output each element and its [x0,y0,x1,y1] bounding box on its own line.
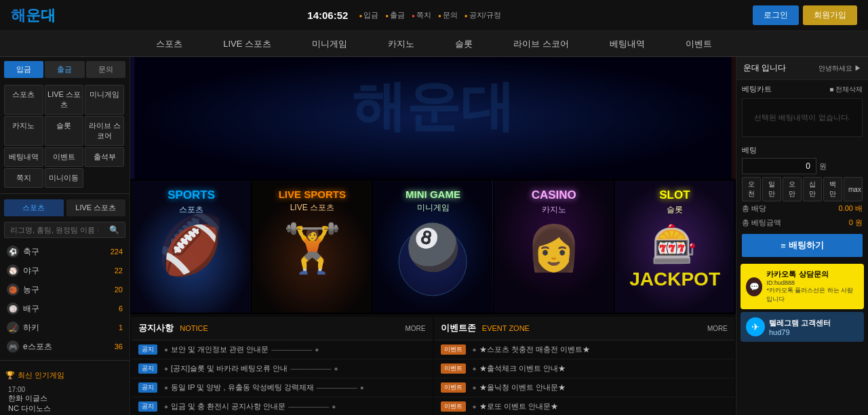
basketball-icon: 🏀 [7,283,19,296]
header-links: 입금 출금 쪽지 문의 공지/규정 [359,10,500,20]
amount-btn-10k[interactable]: 일만 [762,177,781,201]
tab-sports[interactable]: 스포츠 [4,199,64,216]
quick-mini[interactable]: 미니게임 [85,85,124,115]
cat-mini-subtitle: 미니게임 [417,202,450,214]
quick-casino[interactable]: 카지노 [4,116,43,146]
notice-text-1: [공지]슬롯 및 바카라 베팅오류 안내 [171,363,288,374]
event-more-button[interactable]: MORE [707,325,728,332]
cat-slot[interactable]: JACKPOT SLOT 슬롯 🎰 [615,180,734,313]
sport-item-volleyball[interactable]: 🏐 배구 6 [0,299,130,318]
cat-sports[interactable]: 🏈 SPORTS 스포츠 🏈 [132,180,251,313]
link-message[interactable]: 쪽지 [412,10,431,20]
notice-item-2[interactable]: 공지 ● 동일 IP 및 양방 , 유출동 악성베팅 강력제재 —————— ● [132,378,433,397]
esports-label: e스포츠 [23,341,52,353]
amount-input[interactable] [742,158,816,174]
betting-label: 베팅 [742,145,863,155]
sport-item-esports[interactable]: 🎮 e스포츠 36 [0,337,130,356]
event-badge-1: 이벤트 [441,363,466,374]
esports-count: 36 [115,342,123,351]
quick-mini-move[interactable]: 미니이동 [45,168,84,188]
search-icon[interactable]: 🔍 [104,222,125,237]
login-button[interactable]: 로그인 [753,5,799,25]
telegram-title: 텔레그램 고객센터 [769,318,831,328]
notice-item-0[interactable]: 공지 ● 보안 및 개인정보 관련 안내문 —————— ● [132,340,433,359]
game-categories: 🏈 SPORTS 스포츠 🏈 [130,179,736,314]
kakao-note: *카카오톡 플러스선은 하는 사람입니다 [766,286,859,304]
quick-slot[interactable]: 슬롯 [45,116,84,146]
event-item-1[interactable]: 이벤트 ● ★출석체크 이벤트 안내★ [434,359,735,378]
event-item-3[interactable]: 이벤트 ● ★로또 이벤트 안내문★ [434,397,735,415]
tab-live-sports[interactable]: LIVE 스포츠 [66,199,126,216]
telegram-section[interactable]: ✈ 텔레그램 고객센터 hud79 [741,312,864,342]
nav-live-score[interactable]: 라이브 스코어 [513,38,569,50]
nav-sports[interactable]: 스포츠 [156,38,182,50]
hockey-label: 하키 [23,322,39,334]
sidebar-msg-button[interactable]: 문의 [86,61,125,78]
notice-badge-2: 공지 [138,382,157,393]
notice-item-3[interactable]: 공지 ● 입금 및 충 환전시 공지사항 안내문 —————— ● [132,397,433,415]
cat-casino[interactable]: CASINO 카지노 👩 [494,180,614,313]
notice-more-button[interactable]: MORE [406,325,426,332]
notice-item-1[interactable]: 공지 ● [공지]슬롯 및 바카라 베팅오류 안내 —————— ● [132,359,433,378]
sport-item-baseball[interactable]: ⚾ 야구 22 [0,261,130,280]
amount-unit: 원 [819,161,827,172]
betting-cart-clear-button[interactable]: ■ 전체삭제 [829,85,863,94]
event-text-0: ★스포츠 첫충전 매충전 이벤트★ [479,344,590,355]
nav-casino[interactable]: 카지노 [388,38,414,50]
link-notice[interactable]: 공지/규정 [465,10,501,20]
nav-events[interactable]: 이벤트 [686,38,712,50]
amount-btn-5k[interactable]: 오천 [742,177,761,201]
popular-title: 🏆 최신 인기게임 [5,368,124,383]
search-input[interactable] [5,222,104,237]
hockey-count: 1 [119,323,123,332]
cat-live-subtitle: LIVE 스포츠 [290,202,334,214]
quick-events[interactable]: 이벤트 [45,147,84,167]
quick-sports[interactable]: 스포츠 [4,85,43,115]
link-inquiry[interactable]: 문의 [438,10,458,20]
cat-casino-subtitle: 카지노 [542,204,566,216]
nav-slot[interactable]: 슬롯 [455,38,473,50]
sidebar-deposit-button[interactable]: 입금 [4,61,43,78]
center-content: 해운대 🏈 SPORTS [130,57,736,415]
greeting-sub[interactable]: 안녕하세요 ▶ [818,64,861,73]
event-item-0[interactable]: 이벤트 ● ★스포츠 첫충전 매충전 이벤트★ [434,340,735,359]
quick-live-sports[interactable]: LIVE 스포츠 [45,85,84,115]
event-badge-0: 이벤트 [441,344,466,355]
nav-live-sports[interactable]: LIVE 스포츠 [223,38,271,50]
quick-attendance[interactable]: 출석부 [85,147,124,167]
total-amount-value: 0 원 [849,218,863,228]
amount-input-row: 원 [742,158,863,174]
sport-item-basketball[interactable]: 🏀 농구 20 [0,280,130,299]
event-badge-2: 이벤트 [441,382,466,393]
amount-btn-50k[interactable]: 오만 [783,177,802,201]
cat-live-sports[interactable]: LIVE SPORTS LIVE 스포츠 🏋 [252,180,372,313]
amount-btn-100k[interactable]: 십만 [803,177,822,201]
amount-btn-max[interactable]: max [844,177,863,201]
right-sidebar: 운대 입니다 안녕하세요 ▶ 베팅카트 ■ 전체삭제 선택된 베팅내역이 없습니… [736,57,868,415]
clock: 14:06:52 [307,9,348,21]
quick-message[interactable]: 쪽지 [4,168,43,188]
svg-text:해운대: 해운대 [352,76,515,136]
sport-item-hockey[interactable]: 🏒 하키 1 [0,318,130,337]
quick-live-score[interactable]: 라이브 스코어 [85,116,124,146]
quick-bet-history[interactable]: 베팅내역 [4,147,43,167]
event-title: 이벤트존 EVENT ZONE [441,322,530,334]
register-button[interactable]: 회원가입 [803,5,857,25]
kakao-section[interactable]: 💬 카카오톡 상담문의 ID:hud888 *카카오톡 플러스선은 하는 사람입… [741,264,864,309]
game-teams-0: 한화 이글스 NC 다이노스 [8,393,121,414]
sidebar-withdraw-button[interactable]: 출금 [45,61,84,78]
event-item-2[interactable]: 이벤트 ● ★올닉청 이벤트 안내문★ [434,378,735,397]
baseball-icon: ⚾ [7,264,19,277]
nav-bet-history[interactable]: 베팅내역 [610,38,645,50]
link-deposit[interactable]: 입금 [359,10,378,20]
amount-btn-1m[interactable]: 백만 [823,177,842,201]
sport-item-soccer[interactable]: ⚽ 축구 224 [0,242,130,261]
bet-button[interactable]: ≡ 배팅하기 [742,234,863,257]
popular-game-0[interactable]: 17:00 한화 이글스 NC 다이노스 [5,383,124,415]
link-withdraw[interactable]: 출금 [385,10,405,20]
greeting-text: 운대 입니다 [743,62,786,74]
nav-mini-game[interactable]: 미니게임 [312,38,347,50]
notice-badge-3: 공지 [138,401,157,412]
cat-mini-game[interactable]: MINI GAME 미니게임 🎱 [373,180,492,313]
soccer-count: 224 [111,248,123,256]
